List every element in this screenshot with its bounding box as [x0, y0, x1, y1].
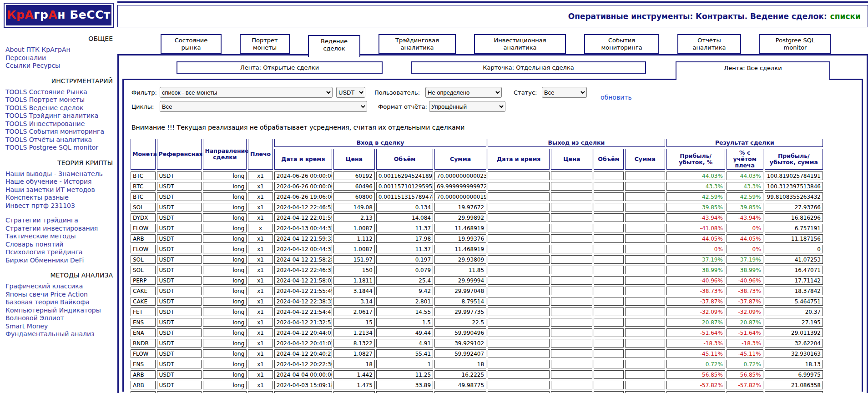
cell-direction: long [203, 255, 247, 264]
cell-entry-price: 1.0827 [333, 349, 375, 358]
cell-exit-volume [594, 349, 624, 358]
subtab-3[interactable]: Лента: Все сделки [676, 61, 830, 80]
cell-exit-price [551, 213, 592, 222]
cell-entry-datetime: 2024-04-12 21:55:49 [274, 287, 332, 295]
cycles-select[interactable]: Все [160, 101, 367, 112]
sidebar-item[interactable]: TOOLS События мониторинга [0, 128, 117, 136]
cell-exit-price [551, 349, 592, 358]
subtab-1[interactable]: Лента: Открытые сделки [177, 61, 383, 74]
cell-entry-price: 150 [333, 266, 375, 274]
quote-currency-select[interactable]: USDT [336, 87, 365, 98]
sub-col-header: Объём [594, 149, 624, 170]
cell-leverage: x1 [248, 234, 273, 243]
sidebar: КрАгрАн БеССт ОБЩЕЕAbout ПТК КрАгрАнПерс… [0, 0, 117, 345]
tab-ведение-сделок[interactable]: Ведениесделок [308, 35, 360, 57]
cell-exit-price [551, 255, 592, 264]
refresh-link[interactable]: обновить [601, 94, 632, 101]
sidebar-item[interactable]: Наше обучение - История [0, 178, 117, 186]
cell-entry-sum: 18 [434, 360, 486, 368]
sub-col-header: Прибыль/убыток, % [666, 149, 725, 170]
cell-coin: BTC [131, 171, 156, 180]
cell-coin: RNDR [131, 339, 156, 348]
cell-exit-sum [625, 360, 665, 368]
cell-pl-percent: 20.87% [666, 318, 725, 327]
cell-reference: USDT [157, 192, 202, 201]
sidebar-item[interactable]: Тактические методы [0, 232, 117, 241]
sidebar-item[interactable]: Японы свечи Price Action [0, 291, 117, 299]
sidebar-item[interactable]: TOOLS Postgree SQL monitor [0, 144, 117, 152]
sidebar-item[interactable]: Графический классика [0, 282, 117, 291]
sidebar-item[interactable]: Компьютерный Индикаторы [0, 307, 117, 315]
cell-exit-datetime [488, 266, 550, 274]
cell-exit-volume [594, 370, 624, 379]
content-wrapper: Лента: Открытые сделкиКарточка: Отдельна… [117, 54, 868, 393]
tab-события-мониторинга[interactable]: Событиямониторинга [584, 34, 659, 54]
sidebar-item[interactable]: Smart Money [0, 322, 117, 331]
sidebar-item[interactable]: Стратегии инвестирования [0, 225, 117, 233]
sidebar-item[interactable]: Биржи Обменники DeFi [0, 257, 117, 265]
sidebar-item[interactable]: Инвест пртф 231103 [0, 202, 117, 210]
subtab-label: Карточка: Отдельная сделка [483, 64, 574, 71]
cell-exit-sum [625, 234, 665, 243]
sidebar-item[interactable]: Волновой Эллиот [0, 314, 117, 322]
cell-entry-price: 3.1844 [333, 287, 375, 295]
cell-exit-datetime [488, 307, 550, 316]
sub-col-header: Прибыль/убыток, сумма [765, 149, 823, 170]
cell-leverage: x1 [248, 391, 273, 393]
tab-портрет-монеты[interactable]: Портретмонеты [240, 34, 290, 54]
sidebar-item[interactable]: Словарь понятий [0, 241, 117, 249]
user-select[interactable]: Не определено [425, 87, 502, 98]
status-select[interactable]: Все [542, 87, 587, 98]
table-row: BTCUSDTlongx12024-06-26 00:00:00604960.0… [131, 182, 823, 191]
sidebar-item[interactable]: TOOLS Портрет монеты [0, 96, 117, 104]
sub-col-header: Объём [376, 149, 433, 170]
sidebar-item[interactable]: Ссылки Ресурсы [0, 62, 117, 70]
sidebar-item[interactable]: TOOLS Ведение сделок [0, 104, 117, 112]
tab-состояние-рынка[interactable]: Состояниерынка [161, 34, 222, 54]
cell-exit-price [551, 318, 592, 327]
cell-entry-volume: 11.37 [376, 245, 433, 253]
sidebar-item[interactable]: About ПТК КрАгрАн [0, 46, 117, 54]
sidebar-item[interactable]: TOOLS Трэйдинг аналитика [0, 112, 117, 120]
subtab-2[interactable]: Карточка: Отдельная сделка [411, 61, 646, 74]
cell-entry-volume: 55.41 [376, 349, 433, 358]
sidebar-item[interactable]: TOOLS Отчёты аналитика [0, 136, 117, 144]
table-row: SOLUSDTlongx12024-04-12 22:46:55149.080.… [131, 203, 823, 212]
sidebar-item[interactable]: Психология трейдинга [0, 248, 117, 257]
sub-col-header: Сумма [434, 149, 486, 170]
cell-pl-sum: 27.195 [765, 318, 823, 327]
sidebar-item[interactable]: Персоналии [0, 54, 117, 62]
cell-pl-percent: 0% [666, 245, 725, 253]
cell-exit-sum [625, 182, 665, 191]
cell-entry-price: 15 [333, 318, 375, 327]
cell-exit-datetime [488, 287, 550, 295]
cell-exit-price [551, 192, 592, 201]
cell-entry-price: 1.0087 [333, 224, 375, 232]
sidebar-item[interactable]: Наши заметки ИТ методов [0, 186, 117, 194]
cell-reference: USDT [157, 339, 202, 348]
sidebar-item[interactable]: Стратегии трэйдинга [0, 217, 117, 225]
coin-list-select[interactable]: список - все монеты [160, 87, 333, 98]
filter-row-1: Фильтр: список - все монеты USDT Пользов… [131, 87, 862, 98]
tab-инвестиционная-аналитика[interactable]: Инвестиционнаяаналитика [474, 34, 566, 54]
tab-отчёты-аналитика[interactable]: Отчётыаналитика [677, 34, 741, 54]
sidebar-item[interactable]: Конспекты разные [0, 194, 117, 202]
cell-pl-percent: -51.64% [666, 328, 725, 337]
page-title: Оперативные инструменты: Контракты. Веде… [568, 12, 827, 21]
cell-exit-datetime [488, 381, 550, 389]
app-logo-text: КрАгрАн БеССт [6, 5, 111, 25]
cell-exit-volume [594, 255, 624, 264]
tab-трэйдинговая-аналитика[interactable]: Трэйдинговаяаналитика [378, 34, 456, 54]
cell-entry-datetime: 2024-04-12 21:54:41 [274, 307, 332, 316]
sidebar-item[interactable]: Базовая теория Вайкофа [0, 298, 117, 307]
cell-entry-sum: 59.992407 [434, 349, 486, 358]
cell-direction: long [203, 234, 247, 243]
cell-coin: SOL [131, 255, 156, 264]
sidebar-item[interactable]: Фундаментальный анализ [0, 330, 117, 338]
sidebar-item[interactable]: TOOLS Состояние Рынка [0, 88, 117, 96]
tab-postgree sql-monitor[interactable]: Postgree SQLmonitor [759, 34, 831, 54]
sidebar-item[interactable]: Наши выводы - Знаменатель [0, 170, 117, 178]
report-format-select[interactable]: Упрощённый [429, 101, 505, 112]
cell-reference: USDT [157, 318, 202, 327]
sidebar-item[interactable]: TOOLS Инвестирование [0, 120, 117, 128]
